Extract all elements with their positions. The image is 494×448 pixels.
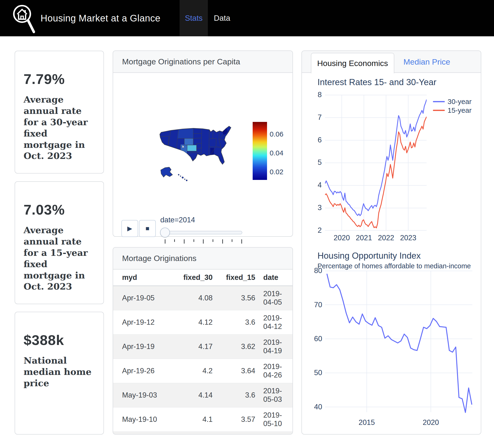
- colorbar-tick-004: 0.04: [270, 149, 296, 157]
- stat-value-15yr: 7.03%: [24, 202, 95, 218]
- col-date: date: [258, 269, 293, 286]
- map-card: Mortgage Originations per Capita: [113, 51, 293, 237]
- table-row: Apr-19-054.083.562019-04-05: [113, 286, 293, 310]
- hoi-chart-title: Housing Opportunity Index: [318, 251, 421, 261]
- stat-desc-15yr: Average annual rate for a 15-year fixed …: [24, 224, 95, 292]
- stat-card-30yr: 7.79% Average annual rate for a 30-year …: [15, 51, 104, 174]
- colorbar-tick-002: 0.02: [270, 168, 296, 176]
- state-montana[interactable]: [177, 128, 193, 138]
- charts-card: Housing Economics Median Price Interest …: [301, 51, 481, 435]
- colorbar-tick-006: 0.06: [270, 130, 296, 139]
- table-row: Apr-19-264.23.642019-04-26: [113, 359, 293, 383]
- table-row: Apr-19-124.123.62019-04-12: [113, 310, 293, 334]
- y-tick: 4: [307, 181, 322, 189]
- hoi-chart-subtitle: Percentage of homes affordable to median…: [318, 262, 472, 270]
- stat-card-median-price: $388k National median home price: [15, 312, 104, 435]
- play-button[interactable]: ▶: [121, 220, 138, 237]
- y-tick: 80: [307, 267, 322, 275]
- y-tick: 60: [307, 334, 322, 343]
- y-tick: 70: [307, 301, 322, 309]
- mortgage-table-card: Mortage Originations myd fixed_30 fixed_…: [113, 247, 293, 435]
- legend-swatch-15-year: [433, 109, 445, 111]
- state-utah[interactable]: [181, 144, 187, 153]
- stat-desc-30yr: Average annual rate for a 30-year fixed …: [24, 94, 95, 162]
- x-tick: 2021: [353, 234, 375, 242]
- stat-value-30yr: 7.79%: [24, 71, 95, 87]
- interest-chart-title: Interest Rates 15- and 30-Year: [318, 77, 436, 87]
- y-tick: 50: [307, 369, 322, 377]
- table-row: Apr-19-194.173.622019-04-19: [113, 334, 293, 359]
- y-tick: 40: [307, 403, 322, 411]
- x-tick: 2015: [356, 418, 378, 427]
- line-hoi: [327, 274, 472, 412]
- x-tick: 2020: [420, 418, 442, 427]
- table-row: May-19-034.143.62019-05-03: [113, 383, 293, 408]
- nav-tab-data[interactable]: Data: [208, 0, 236, 36]
- legend-item-30-year[interactable]: 30-year: [433, 97, 472, 106]
- line-30-year: [325, 100, 427, 216]
- y-tick: 8: [307, 90, 322, 99]
- slider-current-value: date=2014: [160, 216, 195, 224]
- chart-legend: 30-year 15-year: [433, 97, 472, 115]
- year-slider-handle[interactable]: [160, 228, 170, 237]
- col-fixed-15: fixed_15: [215, 269, 258, 286]
- stop-icon: ■: [145, 225, 149, 232]
- stat-value-median-price: $388k: [24, 332, 95, 348]
- state-hawaii[interactable]: [178, 174, 188, 181]
- state-wyoming[interactable]: [184, 138, 193, 145]
- state-colorado[interactable]: [187, 145, 197, 151]
- x-tick: 2022: [375, 234, 397, 242]
- y-tick: 7: [307, 113, 322, 122]
- interest-rates-plot[interactable]: [325, 95, 427, 230]
- state-alaska[interactable]: [161, 167, 173, 177]
- stat-card-15yr: 7.03% Average annual rate for a 15-year …: [15, 181, 104, 304]
- mortgage-rates-table: myd fixed_30 fixed_15 date Apr-19-054.08…: [113, 269, 293, 435]
- x-tick: 2020: [331, 234, 353, 242]
- tab-median-price[interactable]: Median Price: [394, 51, 459, 73]
- legend-item-15-year[interactable]: 15-year: [433, 106, 472, 115]
- year-slider-track[interactable]: [160, 231, 242, 234]
- col-fixed-30: fixed_30: [179, 269, 215, 286]
- play-icon: ▶: [127, 225, 132, 232]
- col-myd: myd: [113, 269, 179, 286]
- app-title: Housing Market at a Glance: [40, 0, 161, 36]
- table-row: May-19-174.073.532019-05-17: [113, 432, 293, 435]
- hoi-plot[interactable]: [325, 271, 472, 417]
- legend-swatch-30-year: [433, 101, 445, 102]
- y-tick: 2: [307, 226, 322, 235]
- x-tick: 2023: [397, 234, 419, 242]
- stat-desc-median-price: National median home price: [24, 355, 95, 389]
- table-row: May-19-104.13.572019-05-10: [113, 408, 293, 432]
- colorbar-gradient: [253, 122, 267, 180]
- stop-button[interactable]: ■: [139, 220, 156, 237]
- house-search-logo-icon: [9, 2, 37, 34]
- table-header-row: myd fixed_30 fixed_15 date: [113, 269, 293, 286]
- interest-gridlines: [325, 95, 427, 230]
- hoi-gridlines: [325, 271, 472, 412]
- nav-tab-stats[interactable]: Stats: [180, 0, 208, 36]
- tab-housing-economics[interactable]: Housing Economics: [311, 53, 394, 73]
- y-tick: 6: [307, 136, 322, 144]
- line-15-year: [325, 117, 427, 228]
- y-tick: 3: [307, 204, 322, 212]
- y-tick: 5: [307, 158, 322, 167]
- us-choropleth-map[interactable]: [158, 125, 238, 184]
- map-card-title: Mortgage Originations per Capita: [113, 51, 293, 73]
- app-navbar: Housing Market at a Glance Stats Data: [0, 0, 494, 36]
- table-card-title: Mortage Originations: [113, 248, 293, 269]
